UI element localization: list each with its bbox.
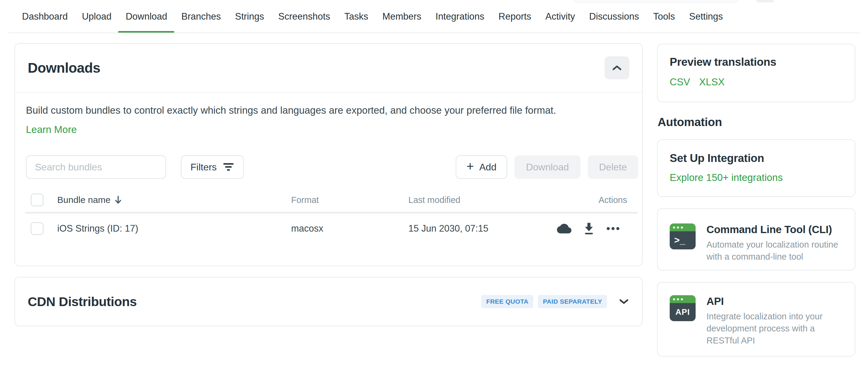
csv-link[interactable]: CSV — [670, 76, 690, 88]
downloads-panel: Downloads Build custom bundles to contro… — [14, 43, 643, 266]
chevron-down-icon — [619, 299, 629, 305]
terminal-dot — [677, 226, 679, 228]
select-all-checkbox[interactable] — [31, 193, 43, 206]
cdn-badges: FREE QUOTA PAID SEPARATELY — [481, 295, 607, 308]
cdn-distributions-title: CDN Distributions — [28, 294, 137, 309]
paid-separately-badge: PAID SEPARATELY — [538, 295, 607, 308]
nav-divider — [8, 33, 860, 33]
terminal-prompt-glyph: >_ — [670, 231, 695, 249]
terminal-titlebar — [670, 223, 695, 231]
cropped-topbar-search — [574, 0, 738, 3]
search-input[interactable] — [26, 155, 166, 179]
nav-tab-settings[interactable]: Settings — [689, 0, 723, 33]
nav-tab-screenshots[interactable]: Screenshots — [278, 0, 330, 33]
xlsx-link[interactable]: XLSX — [699, 76, 724, 88]
downloads-toolbar: Filters + Add Download Delete — [26, 155, 638, 179]
column-header-last-modified: Last modified — [408, 195, 567, 205]
collapse-panel-button[interactable] — [604, 56, 629, 79]
nav-tab-tools[interactable]: Tools — [653, 0, 675, 33]
filters-button-label: Filters — [190, 162, 217, 173]
cloud-icon — [557, 223, 571, 234]
top-navigation: Dashboard Upload Download Branches Strin… — [0, 0, 868, 33]
cli-tool-title: Command Line Tool (CLI) — [707, 223, 846, 236]
preview-translations-title: Preview translations — [670, 56, 843, 68]
nav-tab-reports[interactable]: Reports — [498, 0, 531, 33]
nav-tab-tasks[interactable]: Tasks — [344, 0, 368, 33]
row-actions — [567, 222, 627, 235]
free-quota-badge: FREE QUOTA — [481, 295, 533, 308]
api-card[interactable]: API API Integrate localization into your… — [657, 282, 855, 357]
nav-tab-dashboard[interactable]: Dashboard — [22, 0, 68, 33]
bundle-name-cell[interactable]: iOS Strings (ID: 17) — [57, 223, 291, 234]
nav-tab-discussions[interactable]: Discussions — [589, 0, 639, 33]
cli-tool-text: Command Line Tool (CLI) Automate your lo… — [707, 223, 846, 270]
ellipsis-icon — [607, 227, 620, 231]
automation-heading: Automation — [658, 116, 722, 129]
filter-icon — [223, 163, 234, 171]
nav-tab-download[interactable]: Download — [126, 0, 167, 33]
nav-tabs: Dashboard Upload Download Branches Strin… — [22, 0, 723, 33]
api-icon-label: API — [670, 303, 695, 321]
nav-tab-strings[interactable]: Strings — [235, 0, 264, 33]
api-card-description: Integrate localization into your develop… — [707, 310, 846, 346]
plus-icon: + — [467, 160, 474, 173]
table-row: iOS Strings (ID: 17) macosx 15 Jun 2030,… — [15, 215, 642, 242]
downloads-description: Build custom bundles to control exactly … — [26, 105, 624, 116]
nav-tab-activity[interactable]: Activity — [546, 0, 575, 33]
column-header-bundle-name[interactable]: Bundle name — [57, 195, 291, 205]
column-header-format: Format — [291, 195, 408, 205]
terminal-cli-icon: >_ — [670, 223, 695, 249]
column-header-actions: Actions — [567, 195, 627, 205]
terminal-api-icon: API — [670, 295, 695, 321]
chevron-up-icon — [612, 65, 622, 71]
set-up-integration-title: Set Up Integration — [670, 152, 843, 165]
nav-tab-upload[interactable]: Upload — [82, 0, 112, 33]
add-bundle-button[interactable]: + Add — [456, 155, 507, 179]
cropped-topbar-avatar — [756, 0, 774, 2]
bundle-last-modified-cell: 15 Jun 2030, 07:15 — [408, 223, 567, 234]
terminal-dot — [681, 298, 683, 300]
nav-tab-members[interactable]: Members — [382, 0, 421, 33]
download-icon — [584, 222, 594, 235]
terminal-titlebar — [670, 295, 695, 303]
cli-tool-card[interactable]: >_ Command Line Tool (CLI) Automate your… — [657, 208, 855, 271]
set-up-integration-card: Set Up Integration Explore 150+ integrat… — [657, 139, 855, 197]
build-to-cloud-button[interactable] — [557, 223, 571, 234]
bundle-name-header-label: Bundle name — [57, 195, 111, 205]
table-header-divider — [25, 212, 638, 214]
api-card-text: API Integrate localization into your dev… — [707, 295, 846, 356]
add-button-label: Add — [479, 162, 496, 173]
terminal-dot — [677, 298, 679, 300]
filters-button[interactable]: Filters — [181, 155, 244, 179]
download-button[interactable]: Download — [515, 155, 580, 179]
terminal-dot — [681, 226, 683, 228]
cli-tool-description: Automate your localization routine with … — [707, 239, 846, 263]
download-bundle-button[interactable] — [584, 222, 594, 235]
nav-tab-branches[interactable]: Branches — [181, 0, 221, 33]
row-more-menu-button[interactable] — [607, 227, 620, 231]
terminal-dot — [673, 298, 675, 300]
explore-integrations-link[interactable]: Explore 150+ integrations — [670, 172, 783, 183]
expand-cdn-panel-button[interactable] — [619, 299, 629, 305]
bundle-format-cell: macosx — [291, 223, 408, 234]
preview-translations-card: Preview translations CSV XLSX — [657, 44, 855, 102]
page-title: Downloads — [28, 60, 100, 76]
downloads-panel-header: Downloads — [15, 44, 642, 93]
learn-more-link[interactable]: Learn More — [26, 124, 77, 135]
nav-tab-integrations[interactable]: Integrations — [435, 0, 484, 33]
cdn-distributions-panel: CDN Distributions FREE QUOTA PAID SEPARA… — [14, 277, 643, 326]
terminal-dot — [673, 226, 675, 228]
bundles-table-header: Bundle name Format Last modified Actions — [15, 193, 642, 207]
preview-links: CSV XLSX — [670, 76, 843, 88]
row-checkbox[interactable] — [31, 222, 43, 235]
delete-button[interactable]: Delete — [588, 155, 639, 179]
sort-descending-icon — [115, 195, 121, 205]
api-card-title: API — [707, 295, 846, 307]
